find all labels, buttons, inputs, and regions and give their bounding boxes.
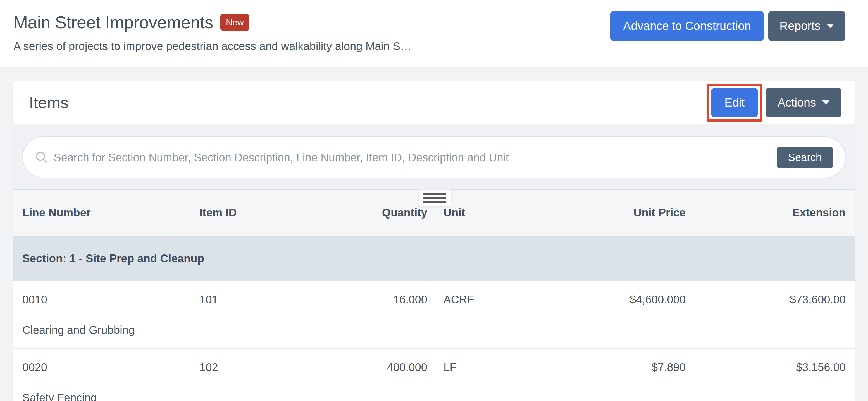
header-actions: Advance to Construction Reports (610, 11, 845, 41)
column-header-unit[interactable]: Unit (427, 206, 559, 219)
caret-down-icon (827, 24, 834, 28)
cell-item-id: 101 (199, 293, 345, 306)
items-table-body: 0010 101 16.000 ACRE $4,600.000 $73,600.… (13, 281, 855, 401)
search-icon (35, 151, 48, 164)
column-header-extension[interactable]: Extension (686, 206, 846, 219)
cell-unit: ACRE (427, 293, 559, 306)
cell-description: Safety Fencing (22, 391, 846, 401)
cell-description: Clearing and Grubbing (22, 323, 846, 337)
items-panel-header: Items Edit Actions (13, 81, 855, 124)
advance-to-construction-button[interactable]: Advance to Construction (610, 11, 764, 41)
search-input[interactable] (54, 151, 778, 164)
cell-unit-price: $7.890 (559, 361, 686, 374)
drag-handle-icon (424, 193, 446, 195)
caret-down-icon (822, 101, 830, 105)
cell-quantity: 16.000 (345, 293, 427, 306)
reports-dropdown-button[interactable]: Reports (768, 11, 845, 41)
cell-extension: $73,600.00 (686, 293, 846, 306)
column-header-item-id[interactable]: Item ID (199, 206, 345, 219)
cell-line-number: 0020 (22, 361, 199, 374)
status-badge: New (220, 14, 249, 31)
page-title: Main Street Improvements (13, 12, 213, 32)
search-zone: Search (13, 124, 855, 189)
table-row[interactable]: 0010 101 16.000 ACRE $4,600.000 $73,600.… (13, 281, 855, 349)
items-panel-title: Items (29, 93, 707, 112)
cell-unit-price: $4,600.000 (559, 293, 686, 306)
section-label: Section: 1 - Site Prep and Cleanup (22, 252, 204, 265)
edit-button[interactable]: Edit (711, 88, 758, 117)
actions-dropdown-button[interactable]: Actions (766, 88, 841, 117)
table-row[interactable]: 0020 102 400.000 LF $7.890 $3,156.00 Saf… (13, 349, 855, 401)
column-header-quantity[interactable]: Quantity (345, 206, 427, 219)
cell-item-id: 102 (199, 361, 345, 374)
search-button[interactable]: Search (777, 147, 833, 168)
column-header-unit-price[interactable]: Unit Price (559, 206, 686, 219)
column-header-line-number[interactable]: Line Number (22, 206, 199, 219)
edit-button-highlight: Edit (707, 84, 763, 122)
cell-unit: LF (427, 361, 559, 374)
project-description: A series of projects to improve pedestri… (13, 40, 868, 53)
items-panel: Items Edit Actions (13, 81, 855, 400)
cell-line-number: 0010 (22, 293, 199, 306)
column-drag-handle[interactable] (418, 189, 451, 206)
project-header: Main Street Improvements New A series of… (0, 0, 868, 67)
section-header-row: Section: 1 - Site Prep and Cleanup (13, 236, 855, 281)
search-bar: Search (22, 137, 846, 178)
cell-extension: $3,156.00 (686, 361, 846, 374)
cell-quantity: 400.000 (345, 361, 427, 374)
